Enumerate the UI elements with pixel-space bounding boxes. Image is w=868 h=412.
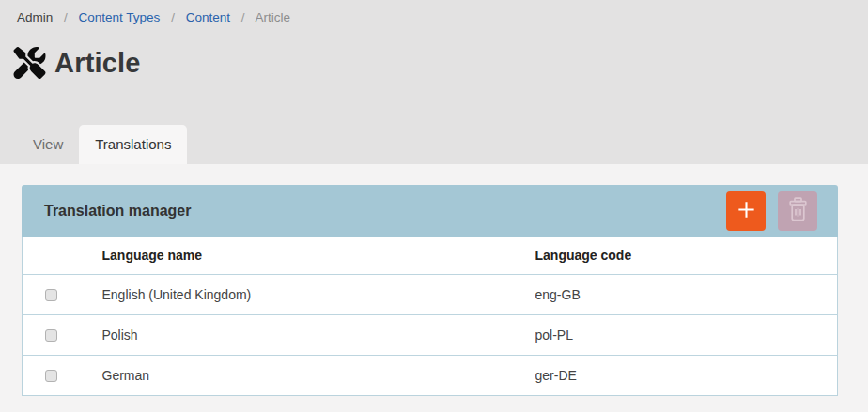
breadcrumb-separator: / (241, 10, 245, 24)
language-name-cell: English (United Kingdom) (81, 274, 514, 314)
title-row: Article (0, 47, 868, 79)
panel-title: Translation manager (44, 203, 726, 220)
panel-header: Translation manager (22, 185, 838, 237)
select-column-header (23, 237, 81, 274)
breadcrumb-item-admin: Admin (17, 10, 53, 24)
row-checkbox[interactable] (45, 289, 57, 301)
row-checkbox[interactable] (45, 329, 57, 342)
column-header-language-code: Language code (514, 237, 838, 274)
row-checkbox[interactable] (45, 370, 57, 382)
plus-icon (736, 199, 757, 223)
translations-table: Language name Language code English (Uni… (22, 237, 838, 396)
add-translation-button[interactable] (726, 191, 766, 231)
page-title: Article (54, 48, 141, 79)
breadcrumb-separator: / (64, 10, 68, 24)
language-code-cell: ger-DE (514, 355, 838, 395)
language-code-cell: pol-PL (514, 314, 838, 355)
language-name-cell: German (81, 355, 514, 395)
breadcrumb-item-content[interactable]: Content (186, 10, 230, 24)
tab-view[interactable]: View (17, 125, 79, 164)
translation-manager-panel: Translation manager (22, 185, 838, 396)
content-area: Translation manager (0, 164, 868, 396)
breadcrumb-item-article: Article (256, 10, 291, 24)
trash-icon (785, 196, 811, 226)
tab-translations[interactable]: Translations (79, 125, 187, 164)
table-row: English (United Kingdom) eng-GB (23, 274, 838, 314)
table-row: Polish pol-PL (23, 314, 838, 355)
language-code-cell: eng-GB (514, 274, 838, 314)
breadcrumb: Admin / Content Types / Content / Articl… (0, 0, 868, 24)
breadcrumb-item-content-types[interactable]: Content Types (79, 10, 161, 24)
page-header: Admin / Content Types / Content / Articl… (0, 0, 868, 164)
tab-bar: View Translations (0, 125, 187, 164)
screwdriver-wrench-icon (12, 47, 47, 79)
column-header-language-name: Language name (81, 237, 514, 274)
delete-translation-button (778, 191, 817, 231)
breadcrumb-separator: / (171, 10, 175, 24)
table-header-row: Language name Language code (23, 237, 838, 274)
language-name-cell: Polish (81, 314, 514, 355)
table-row: German ger-DE (23, 355, 838, 395)
